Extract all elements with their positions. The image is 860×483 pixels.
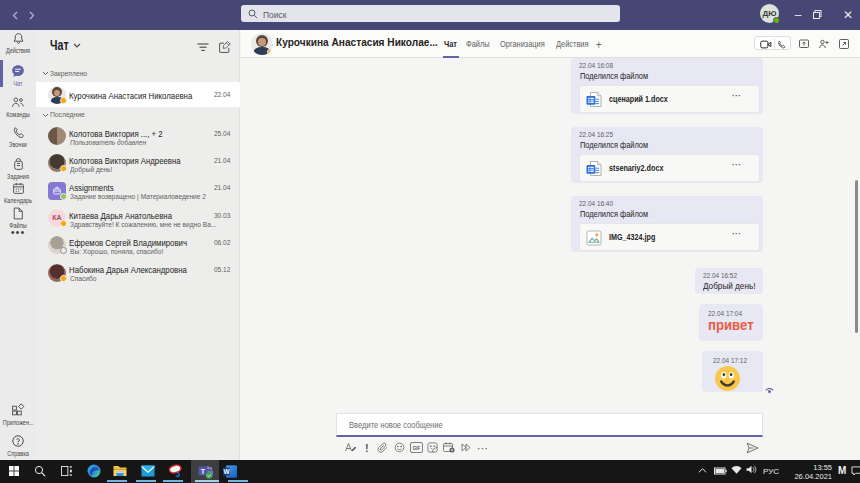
svg-text:W: W <box>223 468 230 475</box>
svg-text:T: T <box>201 468 206 475</box>
svg-text:GIF: GIF <box>413 446 421 451</box>
